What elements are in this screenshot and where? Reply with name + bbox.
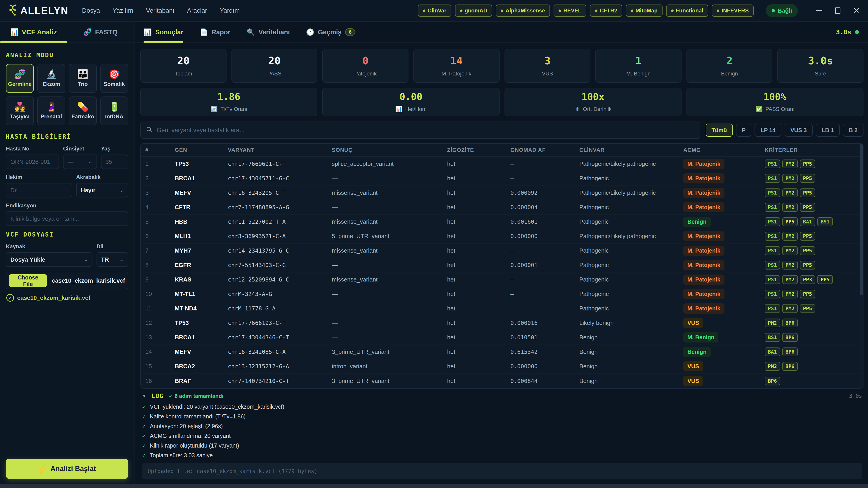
table-row[interactable]: 9 KRAS chr12-25209894-G-C missense_varia…: [141, 272, 863, 287]
minimize-button[interactable]: [816, 10, 822, 11]
analysis-mode-button[interactable]: 🧬 Germline: [6, 64, 34, 93]
table-row[interactable]: 8 EGFR chr7-55143403-C-G — het 0.000001 …: [141, 258, 863, 272]
search-input[interactable]: [157, 127, 695, 134]
criteria-chip: PM2: [782, 290, 798, 298]
table-row[interactable]: 12 TP53 chr17-7666193-C-T — het 0.000016…: [141, 316, 863, 330]
menu-item[interactable]: Araçlar: [187, 7, 207, 14]
menu-item[interactable]: Yazılım: [113, 7, 133, 14]
analysis-mode-button[interactable]: 🔋 mtDNA: [100, 96, 128, 125]
database-badges: ClinVar gnomAD AlphaMissense REVEL: [418, 4, 754, 17]
main-tab[interactable]: 📊 Sonuçlar: [144, 22, 183, 42]
table-row[interactable]: 7 MYH7 chr14-23413795-G-C missense_varia…: [141, 243, 863, 258]
horizontal-scrollbar[interactable]: [0, 484, 868, 488]
variant-cell: chr7-140734210-C-T: [228, 378, 332, 384]
database-badge[interactable]: gnomAD: [455, 4, 492, 17]
table-row[interactable]: 16 BRAF chr7-140734210-C-T 3_prime_UTR_v…: [141, 374, 863, 388]
table-row[interactable]: 14 MEFV chr16-3242085-C-A 3_prime_UTR_va…: [141, 345, 863, 359]
gene-cell: MLH1: [175, 233, 228, 240]
gnomad-af-cell: 0.000844: [510, 378, 579, 384]
mode-icon: 🧬: [14, 70, 26, 78]
quality-stats: 1.86 🔄 Ti/Tv Oranı 0.00 📊 Het/Hom: [141, 88, 864, 116]
file-upload-box[interactable]: Choose File case10_ekzom_karisik.vcf: [6, 272, 128, 289]
filter-chip[interactable]: VUS 3: [784, 124, 813, 137]
gene-cell: MEFV: [175, 189, 228, 196]
table-row[interactable]: 10 MT-TL1 chrM-3243-A-G — het – Pathogen…: [141, 287, 863, 301]
hekim-input[interactable]: [6, 183, 72, 197]
choose-file-button[interactable]: Choose File: [9, 274, 47, 287]
yas-input[interactable]: [101, 155, 128, 169]
table-row[interactable]: 11 MT-ND4 chrM-11778-G-A — het – Pathoge…: [141, 301, 863, 316]
gene-cell: MYH7: [175, 247, 228, 254]
analysis-mode-button[interactable]: 🎯 Somatik: [100, 64, 128, 93]
menu-item[interactable]: Veritabanı: [146, 7, 175, 14]
menu-item[interactable]: Yardım: [220, 7, 240, 14]
table-row[interactable]: 6 MLH1 chr3-36993521-C-A 5_prime_UTR_var…: [141, 229, 863, 243]
acmg-badge: M. Patojenik: [683, 173, 724, 184]
sidebar-tab[interactable]: 📊 VCF Analiz: [0, 22, 67, 42]
uploaded-file-row: ✓ case10_ekzom_karisik.vcf: [6, 294, 128, 302]
criteria-chip: PM2: [765, 362, 780, 371]
analysis-mode-button[interactable]: 👪 Trio: [69, 64, 97, 93]
search-bar[interactable]: [141, 122, 700, 139]
close-button[interactable]: ✕: [853, 6, 860, 15]
main-tab[interactable]: 🕐 Geçmiş 6: [306, 22, 355, 42]
criteria-chip: PP5: [800, 246, 815, 255]
criteria-chip: PS1: [765, 188, 780, 197]
database-badge[interactable]: MitoMap: [626, 4, 662, 17]
zygosity-cell: het: [447, 363, 510, 370]
table-row[interactable]: 3 MEFV chr16-3243205-C-T missense_varian…: [141, 186, 863, 200]
filter-chip[interactable]: Tümü: [706, 124, 733, 137]
criteria-chip: PM2: [782, 232, 798, 240]
start-analysis-button[interactable]: ⚡ Analizi Başlat: [6, 459, 128, 479]
criteria-chip: PP5: [800, 304, 815, 313]
database-badge[interactable]: Functional: [666, 4, 708, 17]
analysis-mode-button[interactable]: 💊 Farmako: [69, 96, 97, 125]
scrollbar-thumb[interactable]: [860, 144, 863, 295]
criteria-chip: PM2: [782, 188, 798, 197]
sidebar-tab[interactable]: 🧬 FASTQ: [67, 22, 134, 42]
filter-chip[interactable]: LP 14: [754, 124, 781, 137]
cinsiyet-select[interactable]: — ⌄: [63, 155, 97, 169]
criteria-chip: PM2: [782, 261, 798, 269]
table-row[interactable]: 5 HBB chr11-5227002-T-A missense_variant…: [141, 215, 863, 229]
stat-card: 2 Benign: [686, 49, 773, 83]
check-icon: ✓: [142, 433, 146, 439]
log-summary: ✓ 6 adım tamamlandı: [168, 393, 223, 399]
main-tab[interactable]: 🔍 Veritabanı: [247, 22, 290, 42]
collapse-caret-icon[interactable]: ▼: [142, 393, 147, 399]
kaynak-select[interactable]: Dosya Yükle ⌄: [6, 252, 92, 267]
filter-chip[interactable]: P: [736, 124, 752, 137]
clinvar-cell: Benign: [579, 334, 683, 341]
table-row[interactable]: 4 CFTR chr7-117480895-A-G — het 0.000004…: [141, 200, 863, 215]
analysis-mode-button[interactable]: 🔬 Ekzom: [37, 64, 65, 93]
analysis-mode-title: ANALİZ MODU: [6, 52, 128, 59]
analysis-mode-button[interactable]: 💑 Taşıyıcı: [6, 96, 34, 125]
criteria-cell: PS1PM2PP3PP5: [765, 275, 861, 284]
dil-select[interactable]: TR ⌄: [96, 252, 128, 267]
menu-item[interactable]: Dosya: [82, 7, 100, 14]
restore-button[interactable]: [835, 7, 840, 14]
table-scrollbar[interactable]: [860, 144, 863, 388]
akrabalik-select[interactable]: Hayır ⌄: [76, 183, 128, 197]
database-badge[interactable]: ClinVar: [418, 4, 452, 17]
zygosity-cell: het: [447, 262, 510, 269]
filter-chip[interactable]: LB 1: [816, 124, 840, 137]
endikasyon-input[interactable]: [6, 212, 128, 226]
database-badge[interactable]: REVEL: [554, 4, 586, 17]
clinvar-cell: Pathogenic: [579, 276, 683, 283]
hasta-no-input[interactable]: [6, 155, 59, 169]
table-row[interactable]: 15 BRCA2 chr13-32315212-G-A intron_varia…: [141, 359, 863, 374]
filter-chip[interactable]: B 2: [843, 124, 864, 137]
analysis-mode-button[interactable]: 🤰 Prenatal: [37, 96, 65, 125]
database-badge[interactable]: INFEVERS: [712, 4, 754, 17]
clinvar-cell: Pathogenic: [579, 247, 683, 254]
log-header[interactable]: ▼ LOG ✓ 6 adım tamamlandı 3.0s: [142, 393, 862, 399]
table-row[interactable]: 2 BRCA1 chr17-43045711-G-C — het – Patho…: [141, 171, 863, 186]
log-entry: ✓ ACMG sınıflandırma: 20 varyant: [142, 433, 862, 439]
main-tab[interactable]: 📄 Rapor: [199, 22, 230, 42]
database-badge[interactable]: AlphaMissense: [496, 4, 550, 17]
database-badge[interactable]: CFTR2: [590, 4, 622, 17]
yas-label: Yaş: [101, 145, 128, 152]
table-row[interactable]: 1 TP53 chr17-7669691-C-T splice_acceptor…: [141, 157, 863, 171]
table-row[interactable]: 13 BRCA1 chr17-43044346-C-T — het 0.0105…: [141, 330, 863, 345]
